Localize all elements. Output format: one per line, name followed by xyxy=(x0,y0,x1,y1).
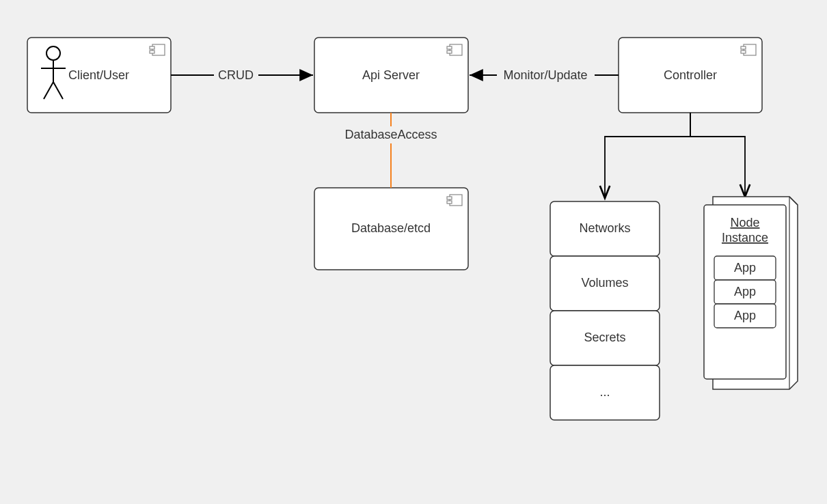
node-instance-title-1: Node xyxy=(730,216,759,229)
svg-rect-3 xyxy=(150,51,154,53)
node-instance-title-2: Instance xyxy=(722,231,768,244)
svg-rect-15 xyxy=(741,46,746,49)
svg-rect-2 xyxy=(150,46,154,49)
edge-controller-node xyxy=(690,113,745,197)
edge-controller-resources xyxy=(605,113,690,198)
component-client: Client/User xyxy=(27,38,171,113)
edge-crud: CRUD xyxy=(171,68,313,82)
resources-stack: Networks Volumes Secrets ... xyxy=(550,201,660,420)
api-server-label: Api Server xyxy=(362,68,420,82)
node-instance: Node Instance App App App xyxy=(704,197,798,389)
resource-2-label: Secrets xyxy=(584,331,625,344)
component-controller: Controller xyxy=(619,38,762,113)
monitor-label: Monitor/Update xyxy=(503,68,587,82)
app-2-label: App xyxy=(734,309,756,322)
component-api-server: Api Server xyxy=(314,38,468,113)
edge-monitor: Monitor/Update xyxy=(470,68,619,82)
edge-db-access: DatabaseAccess xyxy=(344,113,437,188)
component-database: Database/etcd xyxy=(314,188,468,270)
app-0-label: App xyxy=(734,261,756,275)
crud-label: CRUD xyxy=(218,68,254,82)
db-access-label: DatabaseAccess xyxy=(344,128,437,141)
database-label: Database/etcd xyxy=(351,221,431,235)
resource-3-label: ... xyxy=(599,385,610,399)
controller-label: Controller xyxy=(664,68,717,82)
svg-rect-20 xyxy=(447,201,452,204)
svg-rect-12 xyxy=(447,51,452,53)
client-label: Client/User xyxy=(68,68,129,82)
app-1-label: App xyxy=(734,285,756,298)
resource-0-label: Networks xyxy=(579,221,630,235)
svg-rect-19 xyxy=(447,197,452,199)
svg-rect-11 xyxy=(447,46,452,49)
svg-rect-16 xyxy=(741,51,746,53)
architecture-diagram: Client/User Api Server Controller Databa… xyxy=(0,0,827,504)
resource-1-label: Volumes xyxy=(581,276,628,290)
